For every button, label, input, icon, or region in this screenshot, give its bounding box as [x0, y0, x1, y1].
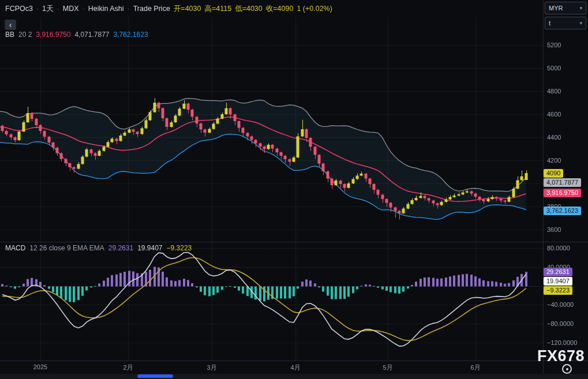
separator: ·: [36, 5, 39, 13]
open-value: 开=4030: [174, 4, 201, 14]
high-value: 高=4115: [204, 4, 231, 14]
macd-line-value: 19.9407: [137, 244, 162, 252]
fx678-logo-icon: [562, 364, 572, 374]
bb-upper-value: 4,071.7877: [74, 31, 109, 39]
price-axis-badge: 3,762.1623: [544, 207, 581, 215]
macd-tick-label: −120.0000: [547, 339, 577, 346]
unit-value: t: [549, 20, 550, 27]
symbol-name[interactable]: FCPOc3: [5, 5, 33, 13]
macd-indicator-legend[interactable]: MACD 12 26 close 9 EMA EMA 29.2631 19.94…: [5, 244, 192, 252]
price-tick-label: 4600: [547, 111, 561, 118]
macd-axis-badge: 19.9407: [544, 277, 572, 286]
bb-indicator-legend[interactable]: BB 20 2 3,916.9750 4,071.7877 3,762.1623: [5, 31, 148, 39]
separator: ·: [83, 5, 85, 13]
chart-canvas[interactable]: [0, 0, 588, 379]
exchange-name: MDX: [63, 5, 79, 13]
chevron-down-icon: ▾: [579, 5, 582, 11]
time-axis-label: 6月: [462, 363, 489, 372]
currency-value: MYR: [549, 5, 563, 12]
macd-tick-label: −80.0000: [547, 320, 574, 327]
low-value: 低=4030: [235, 4, 263, 14]
price-tick-label: 5200: [547, 42, 561, 48]
macd-tick-label: −40.0000: [547, 301, 574, 308]
chart-window: FCPOc3 · 1天 · MDX · Heikin Ashi · Trade …: [0, 0, 588, 379]
chart-style-name: Heikin Ashi: [88, 5, 124, 13]
watermark: FX678: [537, 347, 585, 365]
scrollbar-thumb[interactable]: [137, 374, 173, 378]
back-arrow-icon: ‹: [9, 21, 12, 29]
price-tick-label: 4200: [547, 157, 561, 164]
time-axis-label: 4月: [282, 363, 309, 372]
price-tick-label: 4400: [547, 134, 561, 141]
currency-dropdown[interactable]: MYR ▾: [545, 2, 586, 14]
time-axis-label: 2月: [115, 363, 141, 372]
bb-basis-value: 3,916.9750: [36, 31, 70, 39]
macd-tick-label: 80.0000: [547, 245, 570, 252]
time-axis-label: 5月: [374, 363, 401, 372]
time-axis[interactable]: 20252月3月4月5月6月: [0, 361, 588, 374]
bb-params: 20 2: [18, 31, 32, 39]
price-axis-badge: 4,071.7877: [544, 178, 581, 187]
bb-lower-value: 3,762.1623: [114, 31, 148, 39]
price-tick-label: 4800: [547, 88, 561, 95]
macd-title: MACD: [5, 244, 25, 252]
price-axis-badge: 4090: [544, 169, 563, 178]
interval-value[interactable]: 1天: [42, 4, 53, 14]
change-value: 1 (+0.02%): [297, 5, 332, 13]
horizontal-scrollbar[interactable]: [0, 374, 588, 379]
back-button[interactable]: ‹: [5, 20, 16, 30]
price-axis-badge: 3,916.9750: [544, 189, 581, 197]
price-axis[interactable]: 5200500048004600440042003800360040904,07…: [544, 17, 588, 242]
macd-axis[interactable]: 80.000040.0000−40.0000−80.0000−120.00002…: [544, 242, 588, 361]
macd-signal-value: −9.3223: [167, 244, 192, 252]
macd-params: 12 26 close 9 EMA EMA: [29, 244, 104, 252]
separator: ·: [57, 5, 59, 13]
price-tick-label: 5000: [547, 65, 561, 72]
price-tick-label: 3600: [547, 226, 561, 233]
series-name: Trade Price: [133, 5, 170, 13]
bb-title: BB: [5, 31, 14, 39]
chevron-down-icon: ▾: [579, 20, 582, 26]
macd-axis-badge: 29.2631: [544, 268, 572, 276]
macd-hist-value: 29.2631: [108, 244, 133, 252]
separator: ·: [128, 5, 130, 13]
close-value: 收=4090: [266, 4, 294, 14]
unit-dropdown[interactable]: t ▾: [545, 17, 586, 29]
chart-header: FCPOc3 · 1天 · MDX · Heikin Ashi · Trade …: [0, 0, 543, 17]
time-axis-label: 3月: [199, 363, 225, 372]
macd-axis-badge: −9.3223: [544, 286, 572, 295]
pane-separator: [0, 242, 588, 242]
time-axis-label: 2025: [27, 363, 54, 370]
